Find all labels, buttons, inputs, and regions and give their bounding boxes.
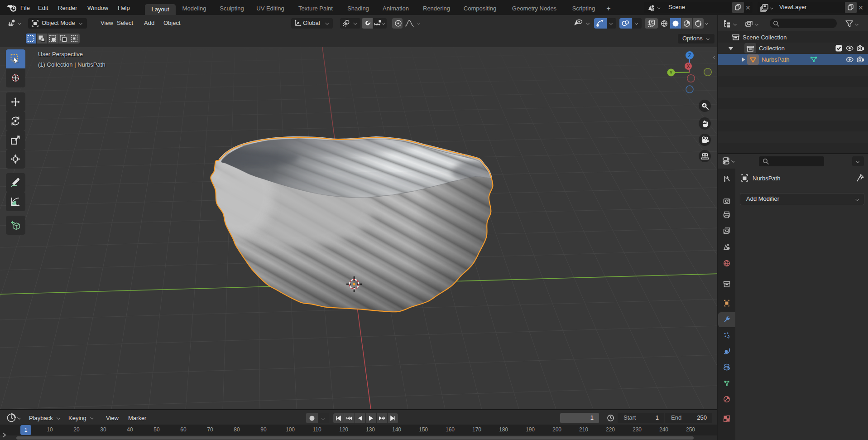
svg-text:Y: Y [669, 70, 673, 75]
svg-text:X: X [687, 64, 690, 69]
svg-text:Z: Z [688, 53, 691, 58]
